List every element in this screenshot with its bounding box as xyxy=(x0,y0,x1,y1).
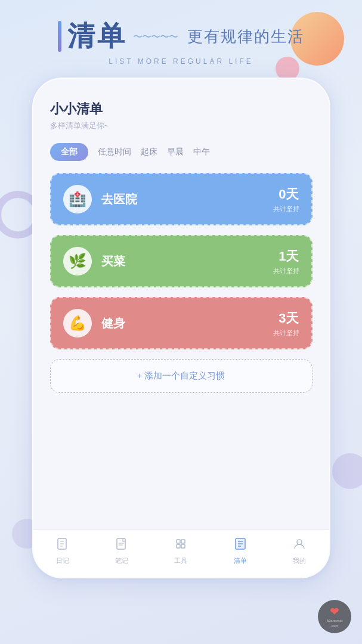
habit-name-hospital: 去医院 xyxy=(101,191,273,208)
habit-stats-hospital: 0天 共计坚持 xyxy=(273,185,299,213)
habit-stats-fitness: 3天 共计坚持 xyxy=(273,309,299,338)
habit-icon-fitness: 💪 xyxy=(63,309,92,338)
header-bar-decoration xyxy=(58,21,61,52)
habit-days-hospital: 0天 xyxy=(273,185,299,203)
tools-icon xyxy=(174,537,187,554)
bottom-nav: 日记 笔记 xyxy=(33,530,329,577)
habit-label-fitness: 共计坚持 xyxy=(273,329,299,338)
add-habit-button[interactable]: + 添加一个自定义习惯 xyxy=(50,359,313,393)
phone-content: 小小清单 多样清单满足你~ 全部 任意时间 起床 早晨 中午 🏥 去医院 0天 … xyxy=(33,79,329,530)
header-main-text: 清单 xyxy=(67,18,127,55)
phone-inner: 小小清单 多样清单满足你~ 全部 任意时间 起床 早晨 中午 🏥 去医院 0天 … xyxy=(33,79,329,577)
filter-tab-anytime[interactable]: 任意时间 xyxy=(98,143,131,161)
list-title: 小小清单 xyxy=(50,100,313,118)
nav-item-list[interactable]: 清单 xyxy=(234,537,247,565)
svg-rect-7 xyxy=(177,540,180,543)
habit-card-fitness[interactable]: 💪 健身 3天 共计坚持 xyxy=(50,297,313,349)
phone-frame: 小小清单 多样清单满足你~ 全部 任意时间 起床 早晨 中午 🏥 去医院 0天 … xyxy=(32,78,330,578)
header-sub-text: 〜〜〜〜〜 更有规律的生活 xyxy=(133,26,304,47)
watermark: ❤ 52android .com xyxy=(318,600,351,633)
list-nav-icon xyxy=(234,537,247,554)
svg-rect-10 xyxy=(181,544,185,548)
header-subtitle: LIST MORE REGULAR LIFE xyxy=(32,57,330,66)
habit-name-fitness: 健身 xyxy=(101,315,273,332)
habit-stats-grocery: 1天 共计坚持 xyxy=(273,247,299,275)
habit-label-grocery: 共计坚持 xyxy=(273,267,299,275)
profile-icon xyxy=(293,537,306,554)
svg-rect-8 xyxy=(181,540,185,543)
diary-icon xyxy=(56,537,69,554)
filter-tab-morning[interactable]: 早晨 xyxy=(167,143,184,161)
notes-icon xyxy=(115,537,128,554)
nav-item-tools[interactable]: 工具 xyxy=(174,537,187,565)
nav-label-notes: 笔记 xyxy=(115,556,128,565)
nav-label-profile: 我的 xyxy=(293,556,306,565)
list-subtitle: 多样清单满足你~ xyxy=(50,120,313,131)
nav-label-list: 清单 xyxy=(234,556,247,565)
svg-rect-4 xyxy=(117,538,125,549)
nav-label-tools: 工具 xyxy=(174,556,187,565)
nav-item-notes[interactable]: 笔记 xyxy=(115,537,128,565)
header-wave: 〜〜〜〜〜 xyxy=(133,32,178,42)
filter-tab-wakeup[interactable]: 起床 xyxy=(141,143,157,161)
habit-icon-hospital: 🏥 xyxy=(63,185,92,213)
nav-item-profile[interactable]: 我的 xyxy=(293,537,306,565)
habit-days-fitness: 3天 xyxy=(273,309,299,327)
habit-days-grocery: 1天 xyxy=(273,247,299,265)
filter-tab-noon[interactable]: 中午 xyxy=(193,143,210,161)
habit-label-hospital: 共计坚持 xyxy=(273,205,299,213)
habit-name-grocery: 买菜 xyxy=(101,253,273,270)
habit-card-grocery[interactable]: 🌿 买菜 1天 共计坚持 xyxy=(50,235,313,287)
svg-point-16 xyxy=(297,540,302,544)
filter-tabs: 全部 任意时间 起床 早晨 中午 xyxy=(50,143,313,161)
filter-tab-all[interactable]: 全部 xyxy=(50,143,88,161)
svg-rect-9 xyxy=(177,544,180,548)
habit-card-hospital[interactable]: 🏥 去医院 0天 共计坚持 xyxy=(50,173,313,225)
habit-icon-grocery: 🌿 xyxy=(63,247,92,275)
nav-item-diary[interactable]: 日记 xyxy=(56,537,69,565)
nav-label-diary: 日记 xyxy=(56,556,69,565)
app-header: 清单 〜〜〜〜〜 更有规律的生活 LIST MORE REGULAR LIFE xyxy=(32,18,330,66)
bg-decoration-purple-right xyxy=(332,453,362,489)
header-title-row: 清单 〜〜〜〜〜 更有规律的生活 xyxy=(32,18,330,55)
